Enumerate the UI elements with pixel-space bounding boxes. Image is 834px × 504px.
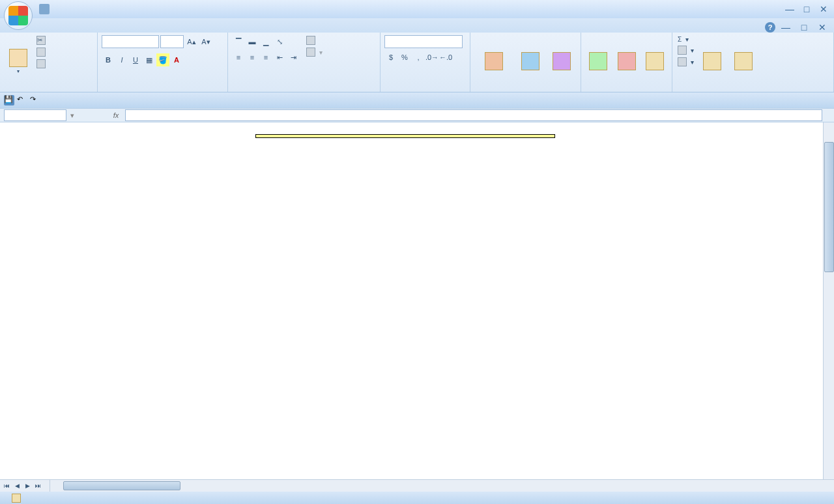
format-as-table-button[interactable]: [516, 35, 545, 88]
qat-save-icon[interactable]: [39, 4, 50, 14]
decrease-indent-button[interactable]: ⇤: [273, 51, 286, 64]
macro-record-icon[interactable]: [12, 494, 21, 503]
comment-tooltip: [255, 134, 555, 138]
styles-icon: [553, 52, 571, 70]
increase-indent-button[interactable]: ⇥: [287, 51, 300, 64]
office-logo-icon: [8, 6, 28, 25]
formula-input[interactable]: [125, 109, 822, 121]
insert-cells-button[interactable]: [585, 35, 611, 88]
align-top-button[interactable]: ▔: [232, 35, 245, 48]
delete-cells-button[interactable]: [614, 35, 640, 88]
font-size-combo[interactable]: [160, 35, 184, 48]
sheet-area[interactable]: [0, 122, 834, 479]
bold-button[interactable]: B: [102, 53, 115, 66]
cut-icon: ✂: [36, 36, 46, 45]
cond-fmt-icon: [485, 52, 503, 70]
align-bottom-button[interactable]: ▁: [259, 35, 272, 48]
copy-icon: [36, 48, 46, 57]
maximize-button[interactable]: □: [799, 4, 814, 14]
orientation-button[interactable]: ⤡: [273, 35, 286, 48]
align-right-button[interactable]: ≡: [259, 51, 272, 64]
title-bar: — □ ✕: [0, 0, 834, 18]
align-center-button[interactable]: ≡: [246, 51, 259, 64]
font-color-button[interactable]: A: [170, 53, 183, 66]
clear-button[interactable]: ▾: [676, 57, 695, 67]
fill-color-button[interactable]: 🪣: [156, 53, 169, 66]
office-button[interactable]: [4, 1, 33, 30]
cell-styles-button[interactable]: [547, 35, 576, 88]
find-select-button[interactable]: [729, 35, 758, 88]
tab-next-button[interactable]: ▶: [22, 481, 33, 491]
increase-decimal-button[interactable]: .0→: [425, 51, 439, 64]
find-icon: [734, 52, 753, 70]
quick-access-toolbar-2: 💾 ↶ ↷: [0, 92, 834, 108]
undo-icon[interactable]: ↶: [17, 95, 27, 105]
brush-icon: [36, 59, 46, 68]
tab-first-button[interactable]: ⏮: [1, 481, 12, 491]
fill-button[interactable]: ▾: [676, 45, 695, 55]
format-cells-button[interactable]: [642, 35, 668, 88]
fx-button[interactable]: fx: [109, 111, 122, 119]
font-name-combo[interactable]: [102, 35, 159, 48]
align-left-button[interactable]: ≡: [232, 51, 245, 64]
close-button[interactable]: ✕: [816, 4, 831, 14]
insert-icon: [589, 52, 607, 70]
tab-prev-button[interactable]: ◀: [12, 481, 22, 491]
status-bar: [0, 492, 834, 504]
underline-button[interactable]: U: [129, 53, 142, 66]
sort-icon: [703, 52, 721, 70]
wrap-text-button[interactable]: [305, 35, 324, 46]
cut-button[interactable]: ✂: [35, 35, 49, 46]
paste-icon: [9, 49, 27, 67]
formula-bar: ▾ fx: [0, 108, 834, 122]
merge-center-button[interactable]: ▾: [305, 47, 324, 57]
autosum-button[interactable]: Σ ▾: [676, 35, 695, 44]
copy-button[interactable]: [35, 47, 49, 57]
conditional-formatting-button[interactable]: [474, 35, 513, 88]
fill-icon: [678, 46, 687, 55]
redo-icon[interactable]: ↷: [30, 95, 40, 105]
ribbon-minimize-button[interactable]: —: [778, 22, 794, 33]
doc-close-button[interactable]: ✕: [814, 22, 830, 33]
merge-icon: [306, 48, 315, 57]
h-scroll-thumb[interactable]: [63, 481, 180, 490]
save-icon[interactable]: 💾: [4, 95, 14, 105]
ribbon: ▾ ✂ A▴ A▾ B I U ▦ 🪣 A: [0, 33, 834, 92]
sort-filter-button[interactable]: [698, 35, 726, 88]
format-painter-button[interactable]: [35, 59, 49, 69]
sigma-icon: Σ: [678, 36, 682, 43]
tab-last-button[interactable]: ⏭: [33, 481, 43, 491]
clipboard-group-title: [4, 88, 93, 89]
number-group-title: [384, 88, 466, 89]
quick-access-toolbar: [39, 4, 50, 14]
italic-button[interactable]: I: [115, 53, 128, 66]
shrink-font-button[interactable]: A▾: [199, 35, 212, 48]
tab-scroll-bar: ⏮ ◀ ▶ ⏭: [0, 479, 834, 492]
number-format-combo[interactable]: [384, 35, 463, 48]
minimize-button[interactable]: —: [782, 4, 798, 14]
vertical-scrollbar[interactable]: [823, 122, 834, 479]
align-middle-button[interactable]: ▬: [246, 35, 259, 48]
ribbon-tabs: [0, 18, 834, 33]
name-box[interactable]: [4, 109, 66, 121]
table-icon: [521, 52, 539, 70]
editing-group-title: [676, 88, 829, 89]
doc-restore-button[interactable]: □: [796, 22, 812, 33]
styles-group-title: [474, 88, 577, 89]
clear-icon: [678, 57, 687, 66]
help-icon[interactable]: ?: [765, 22, 775, 33]
decrease-decimal-button[interactable]: ←.0: [439, 51, 452, 64]
percent-format-button[interactable]: %: [398, 51, 411, 64]
wrap-icon: [306, 36, 315, 45]
accounting-format-button[interactable]: $: [384, 51, 397, 64]
horizontal-scrollbar[interactable]: [50, 480, 834, 492]
sheet-tab-strip: ⏮ ◀ ▶ ⏭: [0, 480, 43, 492]
border-button[interactable]: ▦: [143, 53, 156, 66]
paste-button[interactable]: ▾: [4, 35, 33, 88]
font-group-title: [102, 88, 223, 89]
cells-group-title: [585, 88, 668, 89]
v-scroll-thumb[interactable]: [824, 142, 834, 272]
comma-format-button[interactable]: ,: [412, 51, 425, 64]
delete-icon: [618, 52, 636, 70]
grow-font-button[interactable]: A▴: [185, 35, 198, 48]
